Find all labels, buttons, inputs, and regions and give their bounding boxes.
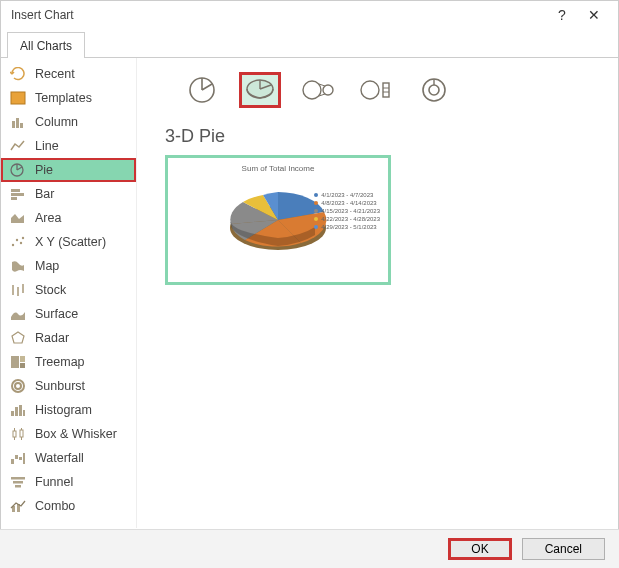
variant-pie-of-pie[interactable] (297, 72, 339, 108)
tab-strip: All Charts (1, 31, 618, 58)
ok-button[interactable]: OK (448, 538, 511, 560)
svg-point-50 (429, 85, 439, 95)
sidebar-item-label: Recent (35, 67, 75, 81)
svg-rect-1 (12, 121, 15, 128)
svg-point-18 (12, 380, 24, 392)
legend-item: 4/1/2023 - 4/7/2023 (314, 192, 380, 198)
svg-rect-34 (11, 477, 25, 480)
variant-doughnut[interactable] (413, 72, 455, 108)
line-icon (9, 138, 27, 154)
area-icon (9, 210, 27, 226)
svg-rect-31 (15, 455, 18, 459)
funnel-icon (9, 474, 27, 490)
sidebar-item-column[interactable]: Column (1, 110, 136, 134)
variant-pie-2d[interactable] (181, 72, 223, 108)
legend-swatch (314, 193, 318, 197)
sidebar-item-boxwhisker[interactable]: Box & Whisker (1, 422, 136, 446)
boxwhisker-icon (9, 426, 27, 442)
sidebar-item-area[interactable]: Area (1, 206, 136, 230)
legend-item: 4/29/2023 - 5/1/2023 (314, 224, 380, 230)
sidebar-item-label: Pie (35, 163, 53, 177)
sidebar-item-label: Line (35, 139, 59, 153)
sidebar-item-label: Column (35, 115, 78, 129)
sidebar-item-radar[interactable]: Radar (1, 326, 136, 350)
sidebar-item-label: Histogram (35, 403, 92, 417)
svg-rect-17 (20, 363, 25, 368)
cancel-button[interactable]: Cancel (522, 538, 605, 560)
svg-point-11 (22, 237, 24, 239)
chart-preview[interactable]: Sum of Total Income 4/1/2023 - 4/7/2023 … (165, 155, 391, 285)
column-icon (9, 114, 27, 130)
svg-rect-7 (11, 197, 17, 200)
svg-rect-15 (11, 356, 19, 368)
sidebar-item-templates[interactable]: Templates (1, 86, 136, 110)
sidebar-item-label: Stock (35, 283, 66, 297)
close-button[interactable]: ✕ (578, 7, 610, 23)
sidebar-item-label: Radar (35, 331, 69, 345)
sidebar-item-line[interactable]: Line (1, 134, 136, 158)
sidebar-item-funnel[interactable]: Funnel (1, 470, 136, 494)
sidebar-item-waterfall[interactable]: Waterfall (1, 446, 136, 470)
preview-legend: 4/1/2023 - 4/7/2023 4/8/2023 - 4/14/2023… (314, 190, 380, 232)
help-button[interactable]: ? (546, 7, 578, 23)
scatter-icon (9, 234, 27, 250)
svg-rect-21 (15, 407, 18, 416)
sidebar-item-label: Surface (35, 307, 78, 321)
svg-rect-46 (383, 83, 389, 97)
main-panel: 3-D Pie Sum of Total Income 4/1/2023 - 4… (137, 58, 618, 528)
sidebar-item-surface[interactable]: Surface (1, 302, 136, 326)
doughnut-icon (417, 75, 451, 105)
recent-icon (9, 66, 27, 82)
legend-swatch (314, 217, 318, 221)
svg-point-10 (20, 242, 22, 244)
svg-rect-3 (20, 123, 23, 128)
sidebar-item-stock[interactable]: Stock (1, 278, 136, 302)
svg-rect-30 (11, 459, 14, 464)
sidebar-item-combo[interactable]: Combo (1, 494, 136, 518)
chart-category-sidebar: Recent Templates Column Line Pie Bar Are… (1, 58, 137, 528)
sidebar-item-bar[interactable]: Bar (1, 182, 136, 206)
sidebar-item-pie[interactable]: Pie (1, 158, 136, 182)
legend-swatch (314, 201, 318, 205)
combo-icon (9, 498, 27, 514)
svg-rect-33 (23, 453, 25, 464)
sunburst-icon (9, 378, 27, 394)
pie-2d-icon (185, 75, 219, 105)
svg-point-45 (361, 81, 379, 99)
window-title: Insert Chart (11, 8, 546, 22)
sidebar-item-label: Combo (35, 499, 75, 513)
tab-all-charts[interactable]: All Charts (7, 32, 85, 58)
chart-type-heading: 3-D Pie (165, 126, 604, 147)
svg-point-8 (12, 244, 14, 246)
svg-point-41 (303, 81, 321, 99)
sidebar-item-treemap[interactable]: Treemap (1, 350, 136, 374)
histogram-icon (9, 402, 27, 418)
sidebar-item-label: Bar (35, 187, 54, 201)
sidebar-item-histogram[interactable]: Histogram (1, 398, 136, 422)
dialog-footer: OK Cancel (0, 529, 619, 568)
stock-icon (9, 282, 27, 298)
sidebar-item-label: Funnel (35, 475, 73, 489)
svg-rect-5 (11, 189, 20, 192)
sidebar-item-map[interactable]: Map (1, 254, 136, 278)
pie-icon (9, 162, 27, 178)
bar-icon (9, 186, 27, 202)
sidebar-item-label: Box & Whisker (35, 427, 117, 441)
svg-rect-23 (23, 410, 25, 416)
svg-rect-27 (20, 430, 23, 437)
bar-of-pie-icon (359, 75, 393, 105)
sidebar-item-scatter[interactable]: X Y (Scatter) (1, 230, 136, 254)
sidebar-item-sunburst[interactable]: Sunburst (1, 374, 136, 398)
preview-title: Sum of Total Income (168, 164, 388, 173)
legend-item: 4/22/2023 - 4/28/2023 (314, 216, 380, 222)
templates-icon (9, 90, 27, 106)
svg-rect-6 (11, 193, 24, 196)
legend-item: 4/8/2023 - 4/14/2023 (314, 200, 380, 206)
svg-point-9 (16, 239, 18, 241)
variant-bar-of-pie[interactable] (355, 72, 397, 108)
variant-pie-3d[interactable] (239, 72, 281, 108)
sidebar-item-label: Map (35, 259, 59, 273)
pie-of-pie-icon (301, 75, 335, 105)
pie-variant-row (181, 72, 604, 108)
sidebar-item-recent[interactable]: Recent (1, 62, 136, 86)
